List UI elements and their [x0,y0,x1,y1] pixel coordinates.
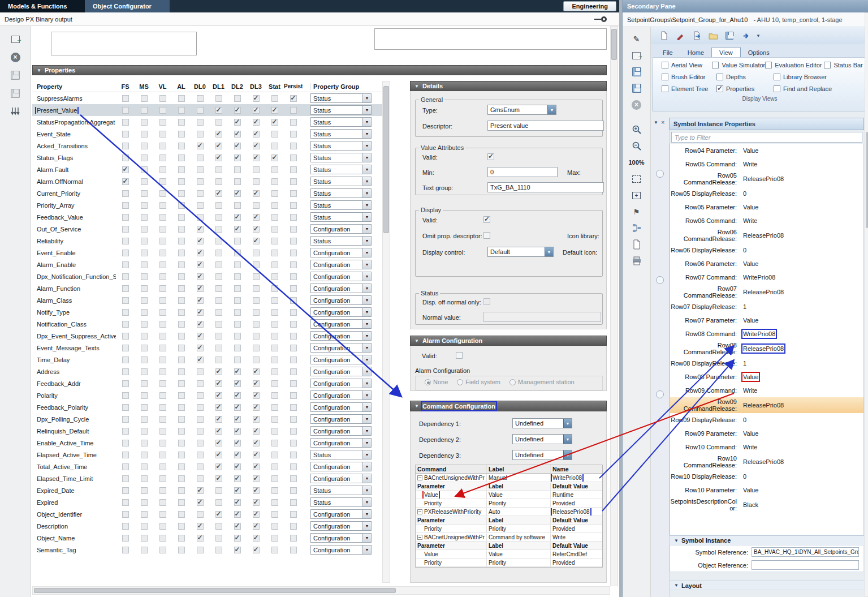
check-cell[interactable] [116,416,135,423]
check-cell[interactable] [172,261,191,268]
property-grid-row[interactable]: Row05 DisplayRelease:0 [670,187,863,200]
property-group-dropdown[interactable]: Status ▼ [310,188,372,198]
chevron-down-icon[interactable]: ▼ [362,165,371,174]
check-cell[interactable] [135,357,153,363]
check-cell[interactable] [228,107,247,114]
chevron-down-icon[interactable]: ▼ [362,118,371,126]
display-control-combobox[interactable]: Default ▼ [487,247,554,257]
check-cell[interactable] [284,440,303,446]
check-cell[interactable] [247,309,265,316]
radio-icon[interactable] [457,379,463,385]
close-icon[interactable]: × [631,98,643,111]
check-cell[interactable] [153,214,172,221]
check-cell[interactable] [284,333,303,340]
check-cell[interactable] [228,404,247,411]
check-cell[interactable] [191,499,209,506]
table-row[interactable]: Status_Flags Status ▼ [32,152,382,164]
check-cell[interactable] [116,297,135,304]
check-cell[interactable] [191,511,209,518]
check-cell[interactable] [153,95,172,102]
panel-menu-icon[interactable]: ▼ [654,120,658,125]
check-cell[interactable] [191,535,209,542]
check-cell[interactable] [228,440,247,446]
ribbon-checkbox-library-browser[interactable]: Library Browser [774,74,837,80]
check-cell[interactable] [153,547,172,553]
property-grid-row[interactable]: Row05 CommandRelease:ReleasePrio08 [670,171,863,187]
chevron-down-icon[interactable]: ▼ [362,391,371,400]
check-cell[interactable] [153,392,172,399]
check-cell[interactable] [284,297,303,304]
table-row[interactable]: Feedback_Value Status ▼ [32,211,382,223]
check-cell[interactable] [172,487,191,494]
check-cell[interactable] [135,368,153,375]
check-cell[interactable] [265,178,284,185]
check-cell[interactable] [284,119,303,126]
check-cell[interactable] [209,463,228,470]
check-cell[interactable] [153,523,172,530]
property-group-dropdown[interactable]: Configuration ▼ [310,533,372,543]
symbol-properties-header[interactable]: Symbol Instance Properties [670,118,864,130]
valid-checkbox[interactable] [487,153,494,160]
property-grid-row[interactable]: Row06 Command:Write [670,214,863,227]
check-cell[interactable] [265,321,284,328]
chevron-down-icon[interactable]: ▼ [362,403,371,411]
check-cell[interactable] [191,404,209,411]
check-cell[interactable] [153,166,172,173]
check-cell[interactable] [228,285,247,292]
check-cell[interactable] [135,309,153,316]
check-cell[interactable] [247,357,265,363]
check-cell[interactable] [135,333,153,340]
check-cell[interactable] [265,214,284,221]
check-cell[interactable] [247,119,265,126]
check-cell[interactable] [247,95,265,102]
check-cell[interactable] [172,273,191,280]
check-cell[interactable] [209,119,228,126]
check-cell[interactable] [284,523,303,530]
property-grid-row[interactable]: Row10 Command:Write [670,440,863,454]
check-cell[interactable] [153,119,172,126]
property-grid-row[interactable]: Row10 Parameter:Value [670,483,863,497]
check-cell[interactable] [172,463,191,470]
check-cell[interactable] [209,357,228,363]
check-cell[interactable] [284,321,303,328]
breadcrumb-path[interactable]: SetpointGroups\Setpoint_Group_for_Ahu10 [627,16,748,23]
zoom-out-icon[interactable] [631,140,643,152]
check-cell[interactable] [191,321,209,328]
check-cell[interactable] [191,428,209,435]
check-cell[interactable] [265,154,284,161]
table-row[interactable]: Out_Of_Service Configuration ▼ [32,223,382,235]
property-group-dropdown[interactable]: Status ▼ [310,450,372,459]
check-cell[interactable] [265,547,284,553]
check-cell[interactable] [228,535,247,542]
check-cell[interactable] [265,404,284,411]
sort-columns-icon[interactable] [9,105,21,118]
check-cell[interactable] [247,368,265,375]
check-cell[interactable] [153,487,172,494]
check-cell[interactable] [135,487,153,494]
save-as-icon[interactable] [631,82,643,95]
save-icon[interactable] [723,29,736,42]
check-cell[interactable] [265,452,284,458]
check-cell[interactable] [153,285,172,292]
property-group-dropdown[interactable]: Configuration ▼ [310,355,372,364]
check-cell[interactable] [209,452,228,458]
check-cell[interactable] [284,547,303,553]
check-cell[interactable] [116,321,135,328]
check-cell[interactable] [247,333,265,340]
check-cell[interactable] [228,416,247,423]
check-cell[interactable] [135,107,153,114]
check-cell[interactable] [135,452,153,458]
check-cell[interactable] [228,214,247,221]
check-cell[interactable] [247,404,265,411]
table-row[interactable]: Alarm_Enable Configuration ▼ [32,259,382,270]
offnormal-checkbox[interactable] [483,298,490,305]
check-cell[interactable] [172,238,191,244]
ribbon-checkbox-brush-editor[interactable]: Brush Editor [662,74,716,80]
check-cell[interactable] [135,463,153,470]
check-cell[interactable] [247,238,265,244]
property-group-dropdown[interactable]: Configuration ▼ [310,343,372,353]
check-cell[interactable] [191,261,209,268]
check-cell[interactable] [135,261,153,268]
check-cell[interactable] [284,202,303,209]
property-group-dropdown[interactable]: Configuration ▼ [310,438,372,448]
